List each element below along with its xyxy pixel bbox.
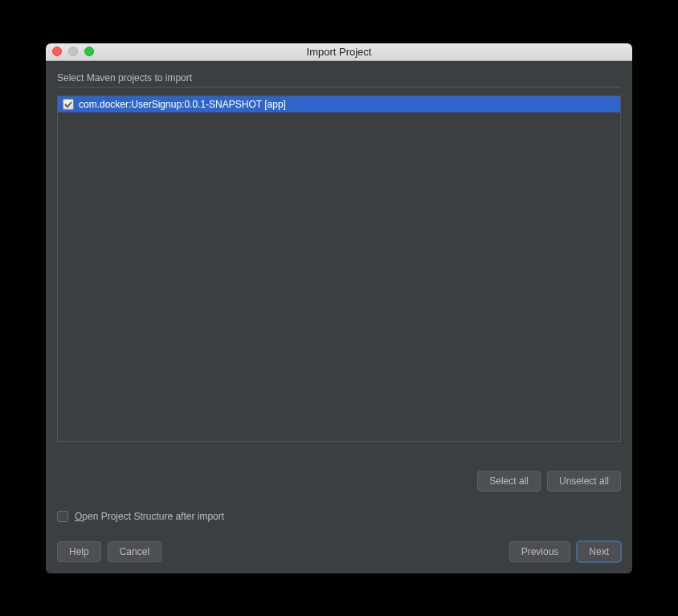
open-structure-checkbox[interactable]	[57, 511, 68, 522]
next-button[interactable]: Next	[577, 541, 621, 562]
open-structure-option[interactable]: Open Project Structure after import	[57, 511, 621, 522]
selection-button-row: Select all Unselect all	[57, 471, 621, 492]
dialog-button-row: Help Cancel Previous Next	[57, 541, 621, 562]
dialog-content: Select Maven projects to import com.dock…	[46, 61, 632, 573]
separator	[57, 87, 621, 88]
unselect-all-button[interactable]: Unselect all	[547, 471, 621, 492]
import-project-window: Import Project Select Maven projects to …	[46, 43, 632, 573]
select-all-button[interactable]: Select all	[477, 471, 541, 492]
open-structure-label: Open Project Structure after import	[75, 511, 224, 522]
button-group-left: Help Cancel	[57, 541, 161, 562]
help-button[interactable]: Help	[57, 541, 101, 562]
close-icon[interactable]	[52, 47, 62, 56]
window-controls	[46, 47, 94, 56]
project-list-item[interactable]: com.docker:UserSignup:0.0.1-SNAPSHOT [ap…	[58, 96, 620, 112]
maximize-icon[interactable]	[84, 47, 94, 56]
project-list[interactable]: com.docker:UserSignup:0.0.1-SNAPSHOT [ap…	[57, 96, 621, 442]
check-icon	[64, 100, 72, 108]
titlebar[interactable]: Import Project	[46, 43, 632, 61]
cancel-button[interactable]: Cancel	[108, 541, 161, 562]
project-checkbox[interactable]	[63, 99, 74, 110]
project-label: com.docker:UserSignup:0.0.1-SNAPSHOT [ap…	[79, 99, 286, 110]
window-title: Import Project	[46, 46, 632, 58]
previous-button[interactable]: Previous	[509, 541, 571, 562]
button-group-right: Previous Next	[509, 541, 621, 562]
minimize-icon[interactable]	[68, 47, 78, 56]
section-heading: Select Maven projects to import	[57, 72, 621, 84]
